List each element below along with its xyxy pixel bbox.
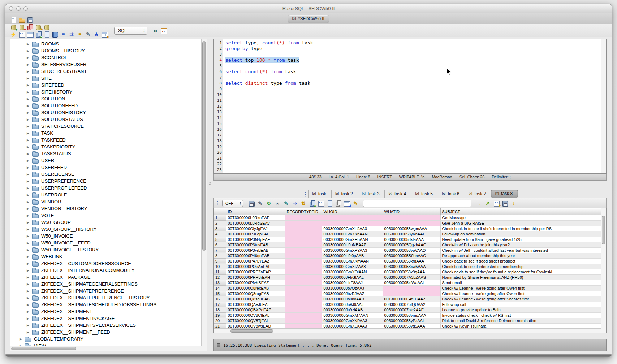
grid-cell[interactable]: 00T3000000OiyJgEAJ [226,226,285,231]
title-bar[interactable]: RazorSQL - SFDCW50 II [5,4,612,13]
save-results-icon[interactable] [248,200,255,207]
table-row[interactable]: 300T3000000OiyJgEAJ0033000000GmXHJAA3006… [214,226,601,231]
code-line[interactable] [225,115,601,121]
grid-cell[interactable] [285,258,322,264]
grid-cell[interactable] [285,242,322,247]
disclosure-triangle-icon[interactable]: ▶ [27,214,32,217]
grid-cell[interactable] [285,312,322,318]
code-line[interactable]: select top 100 * from task [225,57,601,63]
tree-item-solutionstatus[interactable]: ▶SOLUTIONSTATUS [10,116,201,123]
result-tab-task-7[interactable]: ☒task 7 [465,190,491,198]
disclosure-triangle-icon[interactable]: ▶ [27,330,32,334]
reload-pages-icon[interactable]: ↻ [308,200,316,207]
tree-item-solutionhistory[interactable]: ▶SOLUTIONHISTORY [10,109,201,116]
new-file-icon[interactable] [10,16,17,23]
disclosure-triangle-icon[interactable]: ▶ [27,56,32,60]
tree-item-w50_invoice__feed[interactable]: ▶W50_INVOICE__FEED [10,239,201,246]
grid-cell[interactable]: 00T3000000QV8TjEAL [226,318,285,323]
disclosure-triangle-icon[interactable]: ▶ [27,248,32,252]
column-header-recordtypeid[interactable]: RECORDTYPEID [285,208,322,215]
table-row[interactable]: 1000T3000000POeAnEAL0033000000GmXIZAA300… [214,264,601,269]
find-glasses-icon[interactable]: ∞ [152,27,159,34]
grid-cell[interactable]: 0033000000GmXOiAAN [322,269,383,274]
fetch-more-icon[interactable]: ↓ [510,200,517,207]
table-row[interactable]: 1900T3000000QV8CfEAL0033000000GmXM7AAN00… [214,312,601,318]
tree-item-scontrol[interactable]: ▶SCONTROL [10,54,201,61]
table-copy-icon[interactable]: ⇄ [343,200,350,207]
table-go-icon[interactable]: ▸ [101,31,108,38]
row-number-cell[interactable]: 16 [214,296,226,302]
tree-item-w50_group__history[interactable]: ▶W50_GROUP__HISTORY [10,226,201,233]
grid-cell[interactable]: 00T3000000QV8wsEAD [226,323,285,329]
row-number-cell[interactable]: 21 [214,323,226,329]
disclosure-triangle-icon[interactable]: ▶ [27,221,32,224]
disclosure-triangle-icon[interactable]: ▶ [27,228,32,231]
grid-cell[interactable] [285,291,322,296]
tree-item-sitehistory[interactable]: ▶SITEHISTORY [10,88,201,95]
mode-select[interactable]: SQL ▲▼ [114,27,147,35]
tree-item-zkfedex__customaddresssource[interactable]: ▶ZKFEDEX__CUSTOMADDRESSSOURCE [10,260,201,267]
open-folder-icon[interactable] [18,16,25,23]
grid-cell[interactable]: 0033000000JbukoAAB [322,296,383,302]
row-number-header[interactable] [214,208,226,215]
grid-cell[interactable] [285,220,322,226]
tree-item-zkfedex__shipmentpackage[interactable]: ▶ZKFEDEX__SHIPMENTPACKAGE [10,315,201,322]
grid-cell[interactable]: Follow-up on nomination [440,231,601,237]
grid-cell[interactable]: Check-in w/ Ed - can he join this year? [440,242,601,247]
grid-cell[interactable]: 0033000000JbvRJAAZ [322,291,383,296]
code-line[interactable] [225,109,601,115]
disclosure-triangle-icon[interactable]: ▶ [27,77,32,80]
code-line[interactable]: select type, count(*) from task [225,40,601,46]
disclosure-triangle-icon[interactable]: ▶ [27,282,32,286]
tree-item-solutionfeed[interactable]: ▶SOLUTIONFEED [10,102,201,109]
tree-item-staticresource[interactable]: ▶STATICRESOURCE [10,123,201,130]
grid-cell[interactable]: Check w/ Leanne - we're going after Owen… [440,285,601,291]
db-icon[interactable] [43,23,50,31]
grid-cell[interactable]: 006300000058xw5AAA [383,264,440,269]
grid-cell[interactable] [285,274,322,280]
panel-splitter[interactable] [207,39,213,351]
go-next-icon[interactable]: → [475,200,483,207]
grid-cell[interactable]: Follow up call [440,302,601,307]
grid-cell[interactable] [285,280,322,285]
tree-item-vote[interactable]: ▶VOTE [10,212,201,219]
disclosure-triangle-icon[interactable]: ▶ [27,200,32,204]
grid-cell[interactable]: 00630000005QgzhAAC [383,242,440,247]
result-tab-task-6[interactable]: ☒task 6 [438,190,465,198]
tree-item-taskstatus[interactable]: ▶TASKSTATUS [10,150,201,157]
column-header-id[interactable]: ID [226,208,285,215]
grid-cell[interactable]: 00630000007bIQUAA2 [383,302,440,307]
grid-cell[interactable] [285,226,322,231]
grid-cell[interactable]: 00T3000000P3LopEAF [226,231,285,237]
script-form-icon[interactable]: + [493,200,500,207]
result-tab-task-3[interactable]: ☒task 3 [358,190,385,198]
code-line[interactable] [225,86,601,92]
table-row[interactable]: 1600T3000000Q8sauEAB0033000000JbukoAAB00… [214,296,601,302]
tree-item-zkfedex__shipmategeneralsettings[interactable]: ▶ZKFEDEX__SHIPMATEGENERALSETTINGS [10,281,201,287]
tree-item-userrole[interactable]: ▶USERROLE [10,191,201,198]
grid-cell[interactable]: 00T3000000PREZaEAP [226,269,285,274]
tree-item-w50_group[interactable]: ▶W50_GROUP [10,219,201,226]
disclosure-triangle-icon[interactable]: ▶ [27,145,32,149]
grid-cell[interactable]: 0033000000JbvQzAAJ [322,285,383,291]
result-tab-task[interactable]: ☒task [308,190,331,198]
grid-cell[interactable]: 00630000005xfWaAAI [383,280,440,285]
tab-close-icon[interactable]: ☒ [495,191,499,196]
table-row[interactable]: 700T3000000P3yrbEAB0033000000GmXPYAA3006… [214,247,601,253]
row-number-cell[interactable]: 15 [214,291,226,296]
grid-cell[interactable]: 006300000058ympAAA [383,312,440,318]
grid-cell[interactable]: 0033000000H9i0pAAB [322,253,383,258]
table-row[interactable]: 600T3000000P3tuvEAB0033000000H9aNBAAZ006… [214,242,601,247]
row-number-cell[interactable]: 7 [214,247,226,253]
disclosure-triangle-icon[interactable]: ▶ [27,186,32,190]
disclosure-triangle-icon[interactable]: ▶ [27,269,32,272]
sidebar-hscroll-thumb[interactable] [11,347,76,350]
disclosure-triangle-icon[interactable]: ▶ [27,179,32,183]
grid-cell[interactable]: 00630000005S0bnAAC [383,253,440,258]
row-number-cell[interactable]: 20 [214,318,226,323]
result-tab-task-2[interactable]: ☒task 2 [331,190,358,198]
grid-cell[interactable]: Check back to see if interested in membe… [440,264,601,269]
grid-cell[interactable]: Check-in w/ Jeff - couldn't afford last … [440,247,601,253]
grid-cell[interactable]: 0033000000GmXM7AAN [322,312,383,318]
tree-item-selfserviceuser[interactable]: ▶SELFSERVICEUSER [10,61,201,68]
